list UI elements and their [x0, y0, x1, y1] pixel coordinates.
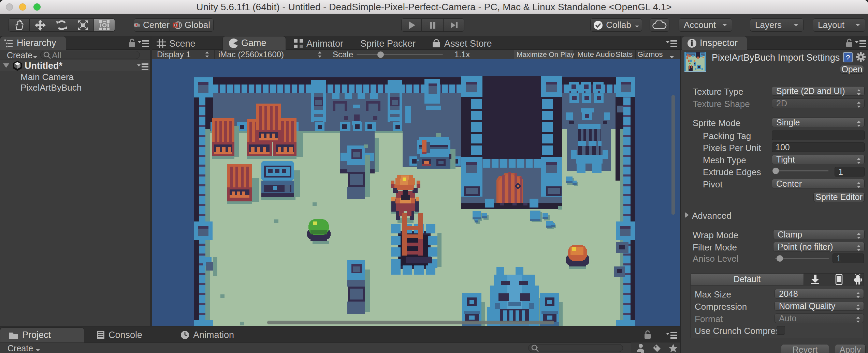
svg-text:?: ? — [846, 53, 850, 62]
